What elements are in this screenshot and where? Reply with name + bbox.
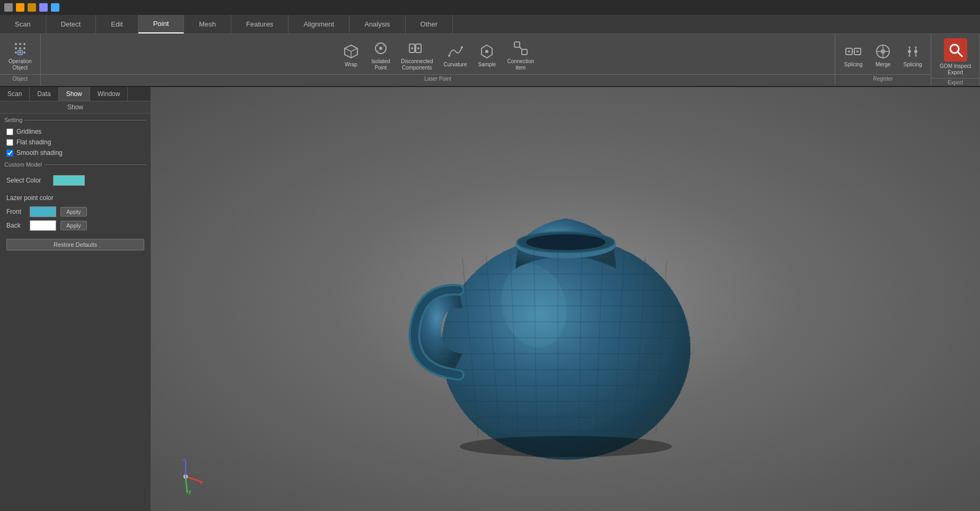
svg-point-14 — [377, 44, 379, 46]
tab-point[interactable]: Point — [138, 15, 185, 33]
back-apply-button[interactable]: Apply — [60, 221, 87, 230]
ribbon-group-laser-point: Wrap IsolatedPoint — [41, 34, 835, 86]
svg-point-31 — [856, 50, 859, 53]
svg-text:z: z — [183, 458, 186, 462]
curvature-label: Curvature — [444, 62, 467, 68]
gridlines-checkbox[interactable] — [6, 128, 13, 135]
smooth-shading-checkbox[interactable] — [6, 150, 13, 157]
dots-grid-icon — [12, 40, 29, 57]
setting-label: Setting — [4, 117, 22, 123]
svg-point-6 — [15, 51, 17, 54]
restore-defaults-button[interactable]: Restore Defaults — [6, 239, 144, 250]
flat-shading-label: Flat shading — [16, 138, 51, 146]
custom-model-section-header: Custom Model — [0, 158, 151, 171]
curvature-button[interactable]: Curvature — [440, 41, 471, 70]
custom-model-color-swatch[interactable] — [53, 175, 85, 186]
tab-alignment[interactable]: Alignment — [288, 15, 349, 33]
svg-text:x: x — [200, 480, 203, 486]
wrap-button[interactable]: Wrap — [337, 41, 365, 70]
setting-section-header: Setting — [0, 114, 151, 126]
svg-point-51 — [526, 234, 606, 250]
lightning-icon[interactable] — [16, 3, 24, 12]
connection-item-button[interactable]: Connectionitem — [503, 38, 538, 73]
ribbon-group-object: OperationObject Object — [0, 34, 41, 86]
sample-icon — [478, 43, 495, 60]
tab-features[interactable]: Features — [231, 15, 288, 33]
svg-rect-25 — [514, 42, 520, 47]
wrap-label: Wrap — [345, 62, 357, 68]
svg-point-1 — [19, 43, 21, 45]
gom-inspect-icon — [944, 38, 967, 62]
tab-edit[interactable]: Edit — [96, 15, 138, 33]
box-icon[interactable] — [39, 3, 48, 12]
3d-viewport[interactable]: x y z — [151, 87, 980, 511]
gom-inspect-button[interactable]: GOM InspectExport — [935, 36, 975, 78]
left-panel: Scan Data Show Window Show Setting Gridl… — [0, 87, 151, 511]
folder-icon[interactable] — [28, 3, 36, 12]
back-color-swatch[interactable] — [30, 220, 56, 231]
panel-tab-scan[interactable]: Scan — [0, 87, 30, 101]
panel-tab-data[interactable]: Data — [30, 87, 58, 101]
splicing-2-label: Splicing — [904, 62, 922, 68]
svg-line-46 — [958, 52, 962, 56]
svg-point-5 — [23, 47, 25, 49]
color-select-row: Select Color — [6, 173, 144, 188]
svg-point-7 — [19, 51, 21, 54]
viewport-canvas: x y z — [151, 87, 980, 511]
nav-tabs: Scan Detect Edit Point Mesh Features Ali… — [0, 15, 980, 34]
svg-point-48 — [441, 237, 690, 460]
ribbon-group-export: GOM InspectExport Export — [931, 34, 980, 86]
disconnected-components-button[interactable]: DisconnectedComponents — [397, 38, 438, 73]
tab-scan[interactable]: Scan — [0, 15, 46, 33]
panel-tab-show[interactable]: Show — [59, 87, 90, 101]
splicing-1-icon — [845, 43, 862, 60]
svg-line-75 — [186, 477, 202, 482]
titlebar — [0, 0, 980, 15]
pot-3d-model — [380, 141, 751, 470]
disconnected-components-icon — [408, 40, 425, 57]
svg-point-13 — [379, 47, 382, 50]
disconnected-label: DisconnectedComponents — [401, 58, 433, 71]
splicing-1-button[interactable]: Splicing — [839, 41, 867, 70]
tab-analysis[interactable]: Analysis — [349, 15, 405, 33]
laser-back-row: Back Apply — [6, 219, 144, 232]
merge-button[interactable]: Merge — [869, 41, 897, 70]
svg-line-77 — [186, 477, 187, 492]
tab-other[interactable]: Other — [406, 15, 453, 33]
smooth-shading-label: Smooth shading — [16, 149, 63, 157]
front-apply-button[interactable]: Apply — [60, 207, 87, 216]
gear-icon[interactable] — [4, 3, 13, 12]
panel-tab-window[interactable]: Window — [90, 87, 128, 101]
operation-object-button[interactable]: OperationObject — [4, 38, 36, 73]
svg-point-24 — [485, 50, 488, 53]
gom-inspect-label: GOM InspectExport — [940, 63, 971, 76]
ribbon: OperationObject Object Wrap — [0, 34, 980, 87]
select-color-label: Select Color — [6, 177, 49, 184]
show-panel-header: Show — [0, 101, 151, 114]
svg-point-4 — [19, 47, 21, 49]
connection-item-label: Connectionitem — [507, 58, 534, 71]
axis-indicator: x y z — [167, 458, 204, 495]
svg-point-16 — [377, 50, 379, 53]
merge-icon — [874, 43, 891, 60]
tab-detect[interactable]: Detect — [46, 15, 97, 33]
sample-label: Sample — [478, 62, 496, 68]
svg-point-21 — [448, 55, 450, 57]
svg-point-15 — [383, 44, 385, 46]
isolated-point-button[interactable]: IsolatedPoint — [367, 38, 395, 73]
tab-mesh[interactable]: Mesh — [184, 15, 231, 33]
laser-point-color-title: Lazer point color — [6, 192, 144, 205]
panel-tabs: Scan Data Show Window — [0, 87, 151, 101]
sample-button[interactable]: Sample — [473, 41, 501, 70]
splicing-2-button[interactable]: Splicing — [899, 41, 926, 70]
front-color-swatch[interactable] — [30, 206, 56, 217]
custom-model-divider — [44, 164, 146, 165]
front-label: Front — [6, 208, 25, 215]
flat-shading-checkbox[interactable] — [6, 139, 13, 146]
custom-model-content: Select Color — [0, 171, 151, 190]
svg-point-22 — [461, 46, 463, 48]
register-group-label: Register — [835, 74, 931, 84]
splicing-1-label: Splicing — [844, 62, 863, 68]
circle-icon[interactable] — [51, 3, 59, 12]
splicing-2-icon — [904, 43, 921, 60]
